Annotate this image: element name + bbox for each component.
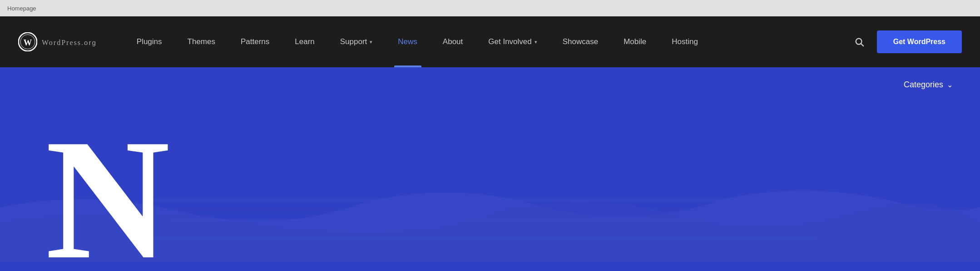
logo-text: WordPress.org bbox=[42, 36, 97, 48]
nav-item-learn[interactable]: Learn bbox=[282, 16, 327, 67]
hero-section: Categories ⌄ N bbox=[0, 67, 980, 271]
nav-right: Get WordPress bbox=[851, 30, 962, 53]
svg-rect-6 bbox=[114, 210, 840, 212]
get-wordpress-button[interactable]: Get WordPress bbox=[877, 30, 962, 53]
svg-line-4 bbox=[861, 44, 863, 46]
search-icon bbox=[854, 37, 864, 47]
nav-item-hosting[interactable]: Hosting bbox=[659, 16, 711, 67]
svg-rect-7 bbox=[173, 219, 808, 221]
nav-item-about[interactable]: About bbox=[430, 16, 475, 67]
svg-rect-10 bbox=[182, 246, 727, 248]
browser-tab-label: Homepage bbox=[7, 5, 36, 12]
wordpress-logo-icon: W bbox=[18, 32, 37, 51]
nav-item-patterns[interactable]: Patterns bbox=[228, 16, 282, 67]
hero-big-letter: N bbox=[45, 113, 170, 271]
svg-text:W: W bbox=[24, 38, 32, 47]
logo-area[interactable]: W WordPress.org bbox=[18, 32, 97, 51]
nav-item-themes[interactable]: Themes bbox=[175, 16, 228, 67]
categories-chevron-icon: ⌄ bbox=[947, 80, 953, 89]
nav-item-news[interactable]: News bbox=[385, 16, 430, 67]
support-dropdown-arrow-icon: ▾ bbox=[370, 39, 372, 45]
get-involved-dropdown-arrow-icon: ▾ bbox=[535, 39, 537, 45]
navbar: W WordPress.org Plugins Themes Patterns … bbox=[0, 16, 980, 67]
categories-button[interactable]: Categories ⌄ bbox=[904, 80, 953, 90]
nav-item-get-involved[interactable]: Get Involved ▾ bbox=[475, 16, 549, 67]
browser-bar: Homepage bbox=[0, 0, 980, 16]
categories-label: Categories bbox=[904, 80, 943, 90]
svg-rect-8 bbox=[91, 229, 863, 231]
nav-item-plugins[interactable]: Plugins bbox=[124, 16, 175, 67]
categories-bar: Categories ⌄ bbox=[0, 67, 980, 90]
svg-rect-5 bbox=[145, 198, 827, 202]
nav-item-mobile[interactable]: Mobile bbox=[611, 16, 659, 67]
nav-item-showcase[interactable]: Showcase bbox=[550, 16, 611, 67]
svg-rect-9 bbox=[136, 237, 817, 240]
nav-item-support[interactable]: Support ▾ bbox=[327, 16, 386, 67]
nav-links: Plugins Themes Patterns Learn Support ▾ … bbox=[124, 16, 851, 67]
search-button[interactable] bbox=[851, 33, 868, 50]
